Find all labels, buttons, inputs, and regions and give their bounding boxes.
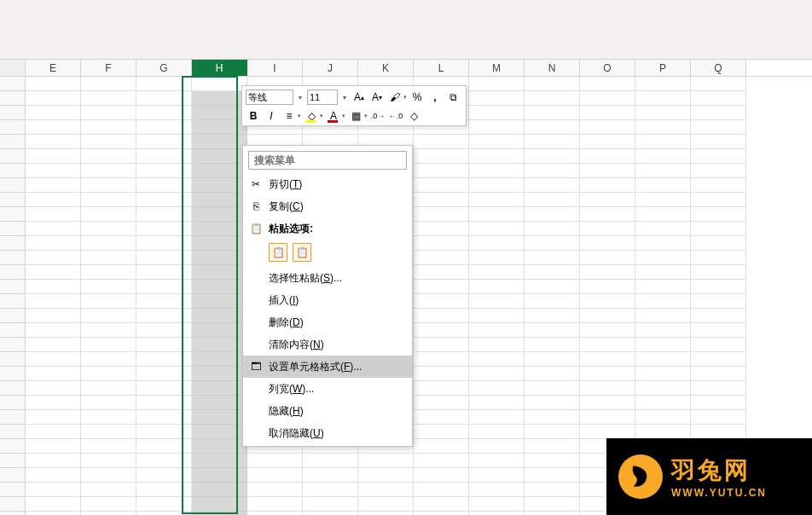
cell[interactable] [247, 512, 303, 515]
bold-icon[interactable]: B [246, 108, 261, 124]
cell[interactable] [691, 149, 746, 164]
cell[interactable] [26, 512, 81, 515]
cell[interactable] [691, 323, 746, 338]
cell[interactable] [580, 135, 635, 149]
cell[interactable] [635, 425, 691, 439]
cell[interactable] [136, 193, 192, 207]
row-header[interactable] [0, 410, 26, 425]
cell[interactable] [635, 236, 691, 251]
cell[interactable] [691, 309, 746, 323]
cell[interactable] [26, 381, 81, 396]
cell[interactable] [192, 120, 247, 135]
cell[interactable] [81, 149, 136, 164]
cell[interactable] [525, 265, 580, 280]
cell[interactable] [26, 410, 81, 425]
percent-icon[interactable]: % [409, 90, 425, 105]
cell[interactable] [414, 396, 469, 410]
row-header[interactable] [0, 135, 26, 149]
cell[interactable] [635, 164, 691, 178]
cell[interactable] [136, 120, 192, 135]
row-header[interactable] [0, 280, 26, 294]
cell[interactable] [414, 483, 469, 497]
cell[interactable] [525, 352, 580, 367]
cell[interactable] [81, 396, 136, 410]
cell[interactable] [26, 236, 81, 251]
cell[interactable] [414, 251, 469, 265]
column-header-N[interactable]: N [525, 60, 580, 76]
cell[interactable] [414, 454, 469, 468]
menu-col-width[interactable]: 列宽(W)... [243, 378, 412, 400]
cell[interactable] [469, 280, 525, 294]
cell[interactable] [81, 454, 136, 468]
cell[interactable] [469, 106, 525, 120]
cell[interactable] [136, 410, 192, 425]
cell[interactable] [580, 323, 635, 338]
cell[interactable] [525, 178, 580, 193]
row-header[interactable] [0, 178, 26, 193]
cell[interactable] [81, 251, 136, 265]
cell[interactable] [635, 135, 691, 149]
cell[interactable] [192, 135, 247, 149]
cell[interactable] [635, 149, 691, 164]
cell[interactable] [136, 497, 192, 512]
cell[interactable] [192, 338, 247, 352]
cell[interactable] [469, 396, 525, 410]
cell[interactable] [580, 222, 635, 236]
row-header[interactable] [0, 338, 26, 352]
cell[interactable] [136, 454, 192, 468]
cell[interactable] [26, 280, 81, 294]
cell[interactable] [136, 251, 192, 265]
cell[interactable] [414, 497, 469, 512]
menu-paste-special[interactable]: 选择性粘贴(S)... [243, 267, 412, 289]
cell[interactable] [691, 367, 746, 381]
border-icon[interactable]: ▦ [348, 108, 363, 124]
cell[interactable] [26, 396, 81, 410]
cell[interactable] [469, 222, 525, 236]
row-header[interactable] [0, 483, 26, 497]
cell[interactable] [469, 77, 525, 91]
cell[interactable] [26, 251, 81, 265]
cell[interactable] [525, 396, 580, 410]
cell[interactable] [469, 120, 525, 135]
cell[interactable] [469, 338, 525, 352]
cell[interactable] [414, 135, 469, 149]
cell[interactable] [469, 265, 525, 280]
menu-copy[interactable]: ⎘ 复制(C) [243, 195, 412, 217]
row-header[interactable] [0, 120, 26, 135]
cell[interactable] [247, 497, 303, 512]
paste-option-values[interactable]: 📋 [293, 243, 311, 262]
column-header-O[interactable]: O [580, 60, 635, 76]
cell[interactable] [469, 439, 525, 454]
cell[interactable] [525, 410, 580, 425]
cell[interactable] [580, 91, 635, 106]
row-header[interactable] [0, 381, 26, 396]
cell[interactable] [691, 425, 746, 439]
cell[interactable] [136, 483, 192, 497]
cell[interactable] [81, 309, 136, 323]
cell[interactable] [691, 164, 746, 178]
cell[interactable] [81, 178, 136, 193]
cell[interactable] [192, 106, 247, 120]
cell[interactable] [192, 251, 247, 265]
cell[interactable] [525, 497, 580, 512]
cell[interactable] [81, 120, 136, 135]
cell[interactable] [525, 381, 580, 396]
cell[interactable] [469, 381, 525, 396]
column-header-L[interactable]: L [414, 60, 469, 76]
cell[interactable] [580, 338, 635, 352]
cell[interactable] [635, 367, 691, 381]
cell[interactable] [525, 280, 580, 294]
fill-color-icon[interactable]: ◇ [304, 108, 319, 124]
cell[interactable] [580, 309, 635, 323]
cell[interactable] [136, 367, 192, 381]
merge-icon[interactable]: ⧉ [445, 90, 461, 105]
cell[interactable] [81, 91, 136, 106]
cell[interactable] [469, 193, 525, 207]
cell[interactable] [580, 294, 635, 309]
menu-search-input[interactable] [248, 151, 407, 170]
cell[interactable] [247, 483, 303, 497]
cell[interactable] [691, 381, 746, 396]
cell[interactable] [81, 294, 136, 309]
cell[interactable] [414, 193, 469, 207]
cell[interactable] [303, 512, 358, 515]
